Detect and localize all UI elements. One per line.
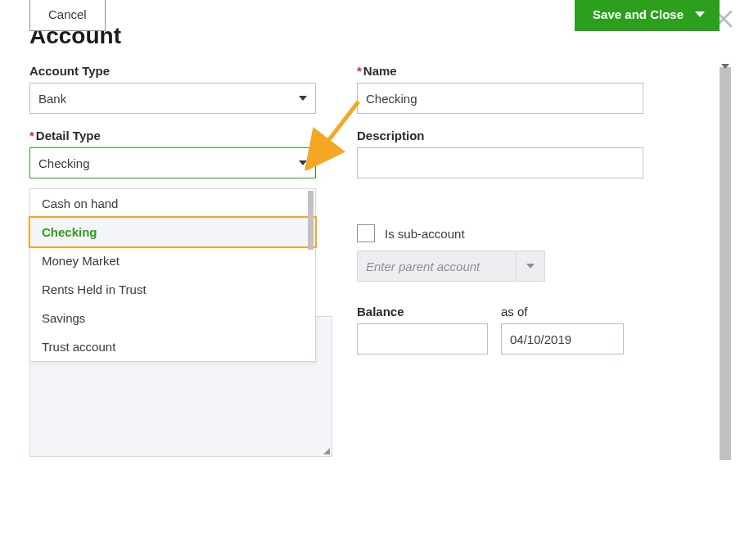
- detail-type-field: *Detail Type Checking: [29, 129, 316, 178]
- as-of-date-input[interactable]: [501, 323, 624, 355]
- dropdown-option[interactable]: Savings: [30, 304, 315, 332]
- account-type-value: Bank: [38, 92, 66, 106]
- left-column: Account Type Bank *Detail Type Checking: [29, 64, 316, 355]
- detail-type-label: *Detail Type: [29, 129, 316, 142]
- dropdown-option[interactable]: Money Market: [30, 246, 315, 275]
- save-button-label: Save and Close: [593, 7, 684, 21]
- balance-row: Balance as of: [357, 305, 643, 355]
- right-column: *Name Description Is sub-account Enter p…: [357, 64, 643, 355]
- resize-handle-icon[interactable]: [323, 448, 330, 454]
- sub-account-checkbox[interactable]: [357, 224, 375, 242]
- dropdown-option[interactable]: Rents Held in Trust: [30, 275, 315, 304]
- chevron-down-icon: [299, 96, 307, 101]
- account-type-field: Account Type Bank: [29, 64, 316, 114]
- scroll-down-icon[interactable]: [721, 64, 729, 69]
- detail-type-value: Checking: [38, 156, 90, 170]
- description-field: Description: [357, 129, 643, 178]
- dropdown-option[interactable]: Trust account: [30, 332, 315, 361]
- parent-account-dropdown-button[interactable]: [516, 251, 545, 282]
- modal-footer: Cancel Save and Close: [29, 0, 720, 31]
- account-type-label: Account Type: [29, 64, 316, 78]
- parent-account-placeholder: Enter parent account: [357, 251, 516, 282]
- dropdown-option-selected[interactable]: Checking: [29, 216, 317, 248]
- name-input[interactable]: [357, 83, 643, 114]
- save-and-close-button[interactable]: Save and Close: [575, 0, 720, 31]
- balance-input[interactable]: [357, 323, 488, 355]
- chevron-down-icon: [695, 11, 705, 17]
- detail-type-dropdown: Cash on hand Checking Money Market Rents…: [29, 188, 316, 362]
- name-label: *Name: [357, 64, 643, 78]
- detail-type-select[interactable]: Checking: [29, 147, 316, 178]
- description-label: Description: [357, 129, 643, 142]
- name-field: *Name: [357, 64, 643, 114]
- scrollbar-thumb[interactable]: [720, 67, 731, 460]
- sub-account-label: Is sub-account: [385, 227, 465, 241]
- description-input[interactable]: [357, 147, 643, 178]
- account-modal: Account Account Type Bank *Detail Type: [0, 0, 749, 49]
- balance-label: Balance: [357, 305, 488, 318]
- sub-account-row: Is sub-account: [357, 224, 643, 242]
- as-of-label: as of: [501, 305, 624, 318]
- chevron-down-icon: [526, 264, 535, 269]
- dropdown-option[interactable]: Cash on hand: [30, 189, 315, 218]
- cancel-button[interactable]: Cancel: [29, 0, 106, 31]
- parent-account-select[interactable]: Enter parent account: [357, 251, 545, 282]
- account-type-select[interactable]: Bank: [29, 83, 316, 114]
- chevron-down-icon: [299, 160, 307, 165]
- dropdown-scrollbar[interactable]: [308, 191, 314, 250]
